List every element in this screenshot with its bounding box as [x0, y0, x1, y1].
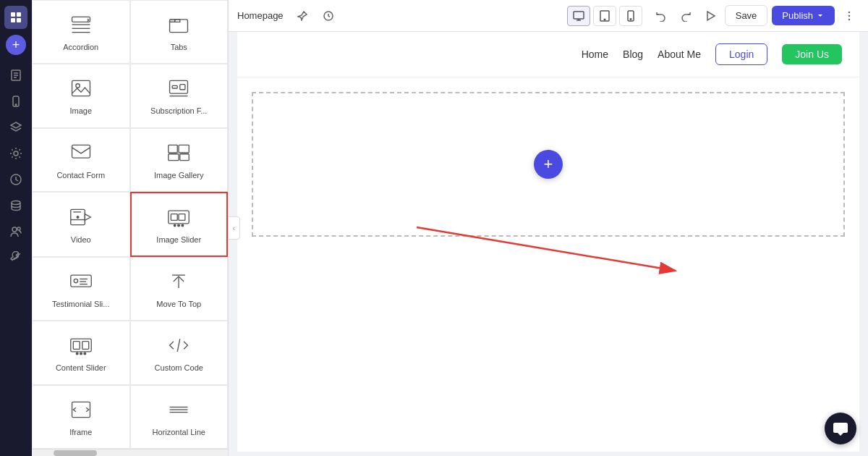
- image-icon: [68, 75, 94, 101]
- svg-rect-56: [72, 402, 90, 417]
- preview-button[interactable]: [700, 6, 720, 26]
- svg-rect-31: [180, 153, 189, 160]
- svg-point-65: [604, 19, 605, 20]
- svg-rect-28: [169, 145, 177, 153]
- testimonial-slider-icon: [68, 269, 94, 295]
- chat-bubble-button[interactable]: [825, 413, 856, 444]
- widgets-grid: Accordion Tabs Image Subscription F...: [32, 0, 228, 449]
- svg-point-71: [848, 18, 850, 20]
- panel-collapse-button[interactable]: ‹: [229, 216, 240, 240]
- main-content: Homepage: [229, 0, 868, 456]
- layers-icon[interactable]: [4, 116, 27, 139]
- svg-point-53: [80, 353, 82, 355]
- svg-rect-30: [169, 153, 179, 160]
- svg-point-41: [182, 224, 184, 227]
- svg-rect-27: [72, 145, 90, 158]
- widget-content-slider[interactable]: Content Slider: [32, 321, 130, 384]
- widget-move-to-top[interactable]: Move To Top: [130, 257, 229, 321]
- move-to-top-icon: [166, 269, 192, 295]
- undo-button[interactable]: [651, 6, 671, 26]
- horizontal-line-icon: [166, 397, 192, 423]
- canvas-nav: Home Blog About Me Login Join Us: [237, 32, 859, 77]
- widget-horizontal-line[interactable]: Horizontal Line: [130, 385, 229, 449]
- tablet-view-button[interactable]: [593, 6, 616, 26]
- widget-tabs-label: Tabs: [171, 42, 187, 52]
- redo-button[interactable]: [676, 6, 696, 26]
- drop-zone[interactable]: +: [252, 92, 845, 237]
- canvas-area: Home Blog About Me Login Join Us +: [229, 32, 868, 456]
- svg-rect-0: [11, 12, 15, 17]
- pages-icon[interactable]: [4, 64, 27, 87]
- svg-point-70: [848, 14, 850, 16]
- widget-move-to-top-label: Move To Top: [156, 299, 201, 309]
- save-button[interactable]: Save: [725, 5, 768, 26]
- widget-video[interactable]: Video: [32, 192, 130, 257]
- accordion-icon: [68, 12, 94, 38]
- settings-icon[interactable]: [4, 142, 27, 165]
- users-icon[interactable]: [4, 220, 27, 243]
- widget-accordion[interactable]: Accordion: [32, 0, 130, 64]
- nav-login-button[interactable]: Login: [715, 43, 767, 65]
- widget-image-slider-label: Image Slider: [156, 235, 201, 245]
- widget-image[interactable]: Image: [32, 64, 130, 127]
- nav-link-blog[interactable]: Blog: [623, 48, 643, 60]
- subscription-form-icon: [166, 75, 192, 101]
- widget-contact-form[interactable]: Contact Form: [32, 128, 130, 192]
- mobile-view-button[interactable]: [619, 6, 642, 26]
- widget-subscription-form[interactable]: Subscription F...: [130, 64, 229, 127]
- pin-icon[interactable]: [292, 6, 312, 26]
- video-icon: [68, 204, 94, 230]
- database-icon[interactable]: [4, 194, 27, 217]
- history-topbar-icon[interactable]: [318, 6, 339, 26]
- history-icon[interactable]: [4, 168, 27, 191]
- svg-point-67: [630, 18, 631, 20]
- publish-label: Publish: [782, 10, 813, 21]
- widget-testimonial-slider[interactable]: Testimonial Sli...: [32, 257, 130, 321]
- svg-point-69: [848, 11, 850, 12]
- svg-point-22: [76, 84, 80, 88]
- svg-point-14: [17, 227, 20, 230]
- page-title: Homepage: [237, 10, 284, 21]
- widget-video-label: Video: [71, 235, 91, 245]
- panel-horizontal-scrollbar[interactable]: [32, 449, 228, 456]
- apps-button[interactable]: [4, 6, 27, 29]
- widget-image-slider[interactable]: Image Slider: [130, 192, 229, 257]
- svg-rect-25: [172, 86, 177, 89]
- desktop-view-button[interactable]: [567, 6, 590, 26]
- svg-point-43: [74, 279, 77, 283]
- svg-point-52: [76, 353, 78, 355]
- svg-rect-50: [73, 342, 80, 350]
- widget-tabs[interactable]: Tabs: [130, 0, 229, 64]
- widget-iframe[interactable]: Iframe: [32, 385, 130, 449]
- svg-point-12: [12, 201, 20, 205]
- add-element-button[interactable]: +: [534, 150, 563, 179]
- panel-scrollbar-thumb[interactable]: [54, 450, 97, 456]
- svg-line-55: [177, 339, 180, 352]
- more-menu-button[interactable]: [839, 6, 859, 26]
- svg-rect-38: [179, 214, 185, 220]
- svg-rect-3: [17, 18, 21, 22]
- widget-iframe-label: Iframe: [69, 427, 92, 437]
- svg-rect-37: [171, 214, 178, 220]
- canvas-page: Home Blog About Me Login Join Us +: [237, 32, 859, 452]
- widget-image-gallery[interactable]: Image Gallery: [130, 128, 229, 192]
- nav-link-home[interactable]: Home: [582, 48, 608, 60]
- add-widget-button[interactable]: +: [6, 35, 26, 55]
- svg-rect-2: [11, 18, 15, 22]
- widget-contact-form-label: Contact Form: [56, 170, 105, 180]
- publish-button[interactable]: Publish: [772, 6, 835, 25]
- svg-point-54: [84, 353, 86, 355]
- tools-icon[interactable]: [4, 246, 27, 269]
- widget-accordion-label: Accordion: [63, 42, 98, 52]
- svg-rect-21: [72, 81, 90, 96]
- mobile-icon[interactable]: [4, 90, 27, 113]
- svg-rect-29: [179, 145, 189, 153]
- left-toolbar: +: [0, 0, 32, 456]
- topbar-right: Save Publish: [651, 5, 859, 26]
- widget-custom-code[interactable]: Custom Code: [130, 321, 229, 384]
- svg-rect-1: [17, 12, 21, 17]
- nav-join-button[interactable]: Join Us: [782, 44, 842, 64]
- tabs-icon: [166, 12, 192, 38]
- nav-link-about[interactable]: About Me: [658, 48, 701, 60]
- svg-point-39: [174, 224, 176, 227]
